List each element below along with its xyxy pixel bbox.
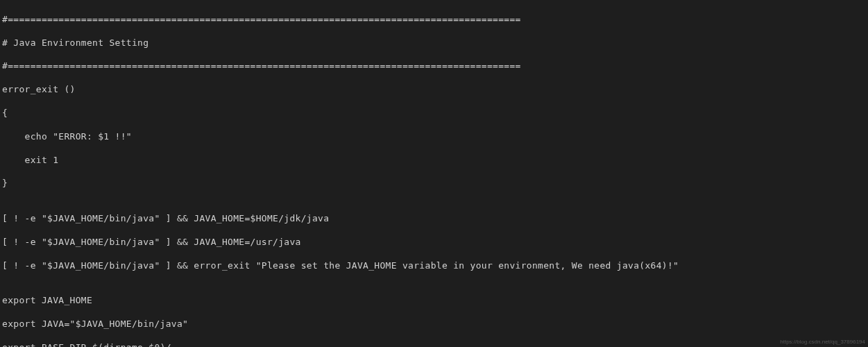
code-line: } [0, 178, 868, 189]
code-line: [ ! -e "$JAVA_HOME/bin/java" ] && JAVA_H… [0, 237, 868, 248]
code-line: export BASE_DIR=$(dirname $0)/.. [0, 342, 868, 347]
code-line: # Java Environment Setting [0, 37, 868, 49]
code-line: #=======================================… [0, 60, 868, 72]
code-line: error_exit () [0, 84, 868, 96]
code-line: export JAVA_HOME [0, 295, 868, 307]
code-line: [ ! -e "$JAVA_HOME/bin/java" ] && error_… [0, 260, 868, 272]
terminal-output: #=======================================… [0, 2, 868, 347]
code-line: echo "ERROR: $1 !!" [0, 131, 868, 143]
watermark: https://blog.csdn.net/qq_37896194 [780, 339, 865, 346]
code-line: exit 1 [0, 155, 868, 167]
code-line: { [0, 108, 868, 119]
code-line: export JAVA="$JAVA_HOME/bin/java" [0, 319, 868, 330]
code-line: #=======================================… [0, 14, 868, 26]
code-line: [ ! -e "$JAVA_HOME/bin/java" ] && JAVA_H… [0, 213, 868, 225]
